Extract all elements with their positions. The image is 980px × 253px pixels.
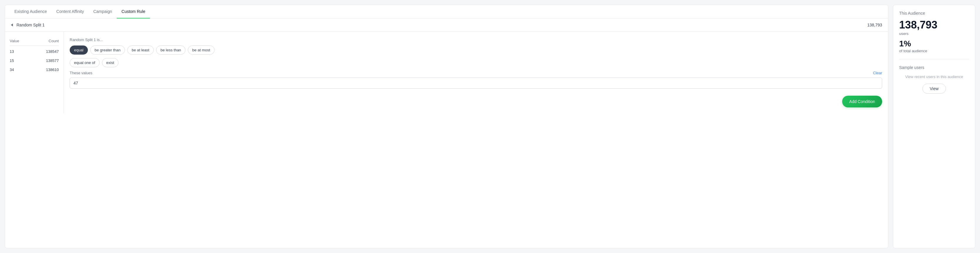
table-row: 13 138547	[10, 47, 59, 56]
operator-be-less-than[interactable]: be less than	[156, 46, 186, 55]
view-button[interactable]: View	[923, 84, 946, 93]
value-table: Value Count 13 138547 15 138577 34 13861…	[5, 32, 64, 113]
table-header-count: Count	[48, 39, 59, 43]
operator-be-at-most[interactable]: be at most	[188, 46, 215, 55]
row-count-2: 138577	[46, 59, 59, 63]
split-header: Random Split 1 138,793	[5, 19, 888, 32]
operator-row-2: equal one of exist	[70, 58, 882, 67]
values-input[interactable]	[70, 77, 882, 89]
right-panel: This Audience 138,793 users 1% of total …	[893, 5, 975, 248]
audience-percent: 1%	[899, 40, 969, 48]
split-title-text: Random Split 1	[16, 22, 45, 27]
row-value-2: 15	[10, 59, 14, 63]
view-btn-row: View	[899, 84, 969, 93]
row-value-1: 13	[10, 49, 14, 54]
tab-campaign[interactable]: Campaign	[89, 5, 117, 19]
divider	[899, 59, 969, 59]
tab-custom-rule[interactable]: Custom Rule	[117, 5, 150, 19]
values-label: These values	[70, 71, 92, 75]
rule-label: Random Split 1 is...	[70, 38, 882, 42]
operator-row: equal be greater than be at least be les…	[70, 46, 882, 55]
operator-be-at-least[interactable]: be at least	[127, 46, 154, 55]
operator-exist[interactable]: exist	[102, 58, 119, 67]
split-count: 138,793	[867, 22, 882, 27]
tab-bar: Existing Audience Content Affinity Campa…	[5, 5, 888, 19]
audience-count: 138,793	[899, 19, 969, 31]
tab-content-affinity[interactable]: Content Affinity	[52, 5, 89, 19]
audience-title: This Audience	[899, 11, 969, 16]
sample-users-msg: View recent users in this audience	[899, 74, 969, 79]
row-count-3: 138610	[46, 68, 59, 72]
operator-equal-one-of[interactable]: equal one of	[70, 58, 100, 67]
rule-builder: Random Split 1 is... equal be greater th…	[64, 32, 888, 113]
values-label-row: These values Clear	[70, 71, 882, 75]
table-row: 15 138577	[10, 56, 59, 65]
row-value-3: 34	[10, 68, 14, 72]
table-header-value: Value	[10, 39, 19, 43]
add-condition-button[interactable]: Add Condition	[842, 96, 882, 108]
table-row: 34 138610	[10, 65, 59, 74]
sample-users-title: Sample users	[899, 65, 969, 70]
chevron-left-icon	[11, 24, 13, 27]
add-condition-row: Add Condition	[70, 96, 882, 108]
row-count-1: 138547	[46, 49, 59, 54]
split-title[interactable]: Random Split 1	[11, 22, 45, 27]
content-area: Value Count 13 138547 15 138577 34 13861…	[5, 32, 888, 113]
operator-equal[interactable]: equal	[70, 46, 88, 55]
audience-users-label: users	[899, 32, 969, 36]
clear-button[interactable]: Clear	[873, 71, 882, 75]
tab-existing-audience[interactable]: Existing Audience	[10, 5, 52, 19]
operator-be-greater-than[interactable]: be greater than	[90, 46, 125, 55]
table-header: Value Count	[10, 36, 59, 46]
audience-percent-label: of total audience	[899, 49, 969, 53]
